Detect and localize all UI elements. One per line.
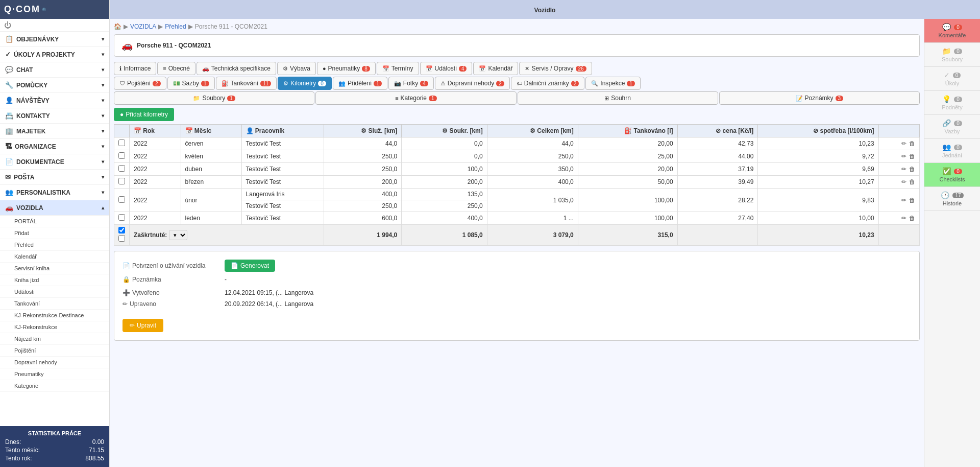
tab-servis[interactable]: ✕ Servis / Opravy 26 xyxy=(519,62,592,75)
sidebar-sub-pneumatiky[interactable]: Pneumatiky xyxy=(0,368,109,380)
sidebar-sub-kategorie[interactable]: Kategorie xyxy=(0,380,109,392)
totals-checkbox[interactable] xyxy=(118,227,125,233)
row-checkbox-3[interactable] xyxy=(118,165,125,172)
kontakty-icon: 📇 xyxy=(5,112,13,120)
delete-icon-6[interactable]: 🗑 xyxy=(909,215,915,222)
delete-icon-2[interactable]: 🗑 xyxy=(909,153,915,160)
tab-soubory[interactable]: 📁 Soubory 1 xyxy=(114,91,314,105)
row-checkbox-6[interactable] xyxy=(118,214,125,221)
generate-button[interactable]: 📄 Generovat xyxy=(225,260,275,272)
sidebar-sub-kj[interactable]: KJ-Rekonstrukce xyxy=(0,321,109,333)
tabs-row-2: 🛡 Pojištění 2 💵 Sazby 1 ⛽ Tankování 11 ⚙… xyxy=(114,77,920,90)
tab-inspekce[interactable]: 🔍 Inspekce 1 xyxy=(585,77,641,90)
jednani-rp-icon: 👥 xyxy=(942,143,951,151)
tabs-row-3: 📁 Soubory 1 ≡ Kategorie 1 ⊞ Souhrn 📝 Poz… xyxy=(114,91,920,105)
edit-icon-1[interactable]: ✏ xyxy=(901,140,906,147)
sidebar-sub-kniha[interactable]: Kniha jízd xyxy=(0,274,109,286)
vehicle-title-box: 🚗 Porsche 911 - QCOM2021 xyxy=(114,34,920,57)
rp-ukoly[interactable]: ✓ 0 Úkoly xyxy=(924,67,980,91)
breadcrumb-prehled[interactable]: Přehled xyxy=(165,23,186,30)
sidebar-sub-pojisteni[interactable]: Pojištění xyxy=(0,345,109,357)
tab-informace[interactable]: ℹ Informace xyxy=(114,62,156,75)
vazby-rp-icon: 🔗 xyxy=(942,119,951,127)
sidebar-sub-udalosti[interactable]: Události xyxy=(0,286,109,298)
sidebar-sub-prehled[interactable]: Přehled xyxy=(0,239,109,251)
rp-jednani[interactable]: 👥 0 Jednání xyxy=(924,139,980,163)
sidebar-sub-dopravni[interactable]: Dopravní nehody xyxy=(0,357,109,368)
col-pracovnik: 👤 Pracovník xyxy=(241,125,324,137)
rp-historie[interactable]: 🕐 17 Historie xyxy=(924,187,980,211)
sidebar-item-pomucky[interactable]: 🔧 POMŮCKY ▾ xyxy=(0,78,109,93)
rp-vazby[interactable]: 🔗 0 Vazby xyxy=(924,115,980,139)
edit-icon-3[interactable]: ✏ xyxy=(901,166,906,173)
sidebar-item-chat[interactable]: 💬 CHAT ▾ xyxy=(0,62,109,78)
sidebar-item-organizace[interactable]: 🏗 ORGANIZACE ▾ xyxy=(0,139,109,154)
tab-vybava[interactable]: ⚙ Výbava xyxy=(277,62,316,75)
tab-poznamky[interactable]: 📝 Poznámky 3 xyxy=(719,91,920,105)
historie-rp-icon: 🕐 xyxy=(941,191,949,199)
row-checkbox-1[interactable] xyxy=(118,139,125,146)
row-checkbox-2[interactable] xyxy=(118,152,125,159)
tab-fotky[interactable]: 📷 Fotky 4 xyxy=(388,77,434,90)
edit-icon-5[interactable]: ✏ xyxy=(901,197,906,204)
tab-kalendar[interactable]: 📅 Kalendář xyxy=(473,62,518,75)
tab-obecne[interactable]: ≡ Obecné xyxy=(157,62,195,75)
tab-souhrn[interactable]: ⊞ Souhrn xyxy=(518,91,718,105)
add-kilometers-button[interactable]: ● Přidat kilometry xyxy=(114,108,174,121)
row-checkbox-4[interactable] xyxy=(118,178,125,184)
sidebar-sub-portal[interactable]: PORTÁL xyxy=(0,216,109,227)
sidebar-item-vozidla[interactable]: 🚗 VOZIDLA ▴ xyxy=(0,200,109,216)
edit-icon-4[interactable]: ✏ xyxy=(901,178,906,185)
rp-podnety[interactable]: 💡 0 Podněty xyxy=(924,91,980,115)
sidebar-item-majetek[interactable]: 🏢 MAJETEK ▾ xyxy=(0,124,109,139)
edit-button[interactable]: ✏ Upravit xyxy=(122,319,163,332)
rp-komentare[interactable]: 💬 0 Komentáře xyxy=(924,19,980,43)
tab-dopravni[interactable]: ⚠ Dopravní nehody 2 xyxy=(435,77,510,90)
delete-icon-5[interactable]: 🗑 xyxy=(909,197,915,204)
table-row: 2022 leden Testovič Test 600,0 400,0 1 .… xyxy=(114,212,920,225)
sidebar-sub-tankovani[interactable]: Tankování xyxy=(0,298,109,310)
table-totals-row: Zaškrtnuté: ▾ 1 994,0 1 085,0 3 079,0 31… xyxy=(114,225,920,246)
sidebar-item-ukoly[interactable]: ✓ ÚKOLY A PROJEKTY ▾ xyxy=(0,47,109,62)
rp-soubory[interactable]: 📁 0 Soubory xyxy=(924,43,980,67)
tab-pojisteni[interactable]: 🛡 Pojištění 2 xyxy=(114,77,166,90)
tab-sazby[interactable]: 💵 Sazby 1 xyxy=(167,77,215,90)
poznamka-row: 🔒 Poznámka - xyxy=(122,276,911,283)
row-checkbox-5[interactable] xyxy=(118,196,125,203)
rp-checklists[interactable]: ✅ 0 Checklists xyxy=(924,163,980,187)
totals-checkbox2[interactable] xyxy=(118,235,125,242)
sidebar-stats: STATISTIKA PRÁCE Dnes: 0.00 Tento měsíc:… xyxy=(0,426,109,467)
tab-kilometry[interactable]: ⚙ Kilometry 0 xyxy=(278,77,332,90)
tab-kategorie[interactable]: ≡ Kategorie 1 xyxy=(315,91,516,105)
home-icon[interactable]: 🏠 xyxy=(114,23,121,30)
sidebar-item-kontakty[interactable]: 📇 KONTAKTY ▾ xyxy=(0,108,109,124)
breadcrumb-vozidla[interactable]: VOZIDLA xyxy=(130,23,156,30)
edit-icon-2[interactable]: ✏ xyxy=(901,153,906,160)
objednavky-icon: 📋 xyxy=(5,35,13,43)
sidebar-sub-najezd[interactable]: Nájezd km xyxy=(0,333,109,345)
sidebar-item-dokumentace[interactable]: 📄 DOKUMENTACE ▾ xyxy=(0,154,109,170)
sidebar-item-objednavky[interactable]: 📋 OBJEDNÁVKY ▾ xyxy=(0,32,109,47)
tab-tankovani[interactable]: ⛽ Tankování 11 xyxy=(216,77,277,90)
col-soukr: ⚙ Soukr. [km] xyxy=(402,125,487,137)
sidebar-sub-kj-dest[interactable]: KJ-Rekonstrukce-Destinace xyxy=(0,310,109,321)
tab-terminy[interactable]: 📅 Termíny xyxy=(377,62,419,75)
delete-icon-3[interactable]: 🗑 xyxy=(909,166,915,173)
zasr-select[interactable]: ▾ xyxy=(169,230,187,240)
sidebar-sub-pridat[interactable]: Přidat xyxy=(0,227,109,239)
delete-icon-1[interactable]: 🗑 xyxy=(909,140,915,147)
sidebar-item-personalistika[interactable]: 👥 PERSONALISTIKA ▾ xyxy=(0,185,109,200)
tab-prideleni[interactable]: 👥 Přidělení 1 xyxy=(333,77,387,90)
tab-dalnicni[interactable]: 🏷 Dálniční známky 2 xyxy=(511,77,585,90)
delete-icon-4[interactable]: 🗑 xyxy=(909,178,915,185)
tab-technicka[interactable]: 🚗 Technická specifikace xyxy=(197,62,276,75)
right-panel: 💬 0 Komentáře 📁 0 Soubory ✓ 0 Úkoly xyxy=(924,19,980,467)
edit-icon-6[interactable]: ✏ xyxy=(901,215,906,222)
sidebar-item-posta[interactable]: ✉ POŠTA ▾ xyxy=(0,170,109,185)
tab-pneumatiky[interactable]: ● Pneumatiky 8 xyxy=(317,62,376,75)
tab-udalosti[interactable]: 📅 Události 4 xyxy=(420,62,473,75)
sidebar-sub-kalendar[interactable]: Kalendář xyxy=(0,251,109,263)
power-button[interactable]: ⏻ xyxy=(0,19,109,32)
sidebar-sub-servisni[interactable]: Servisní kniha xyxy=(0,263,109,274)
sidebar-item-navstevy[interactable]: 👤 NÁVŠTĚVY ▾ xyxy=(0,93,109,108)
